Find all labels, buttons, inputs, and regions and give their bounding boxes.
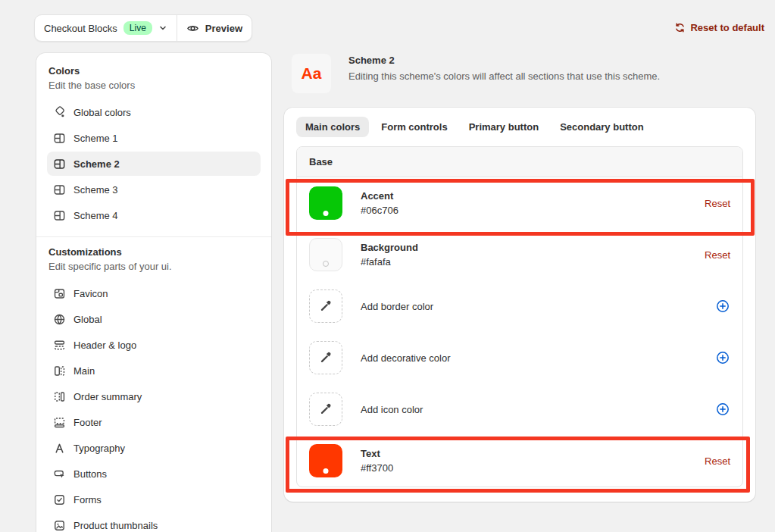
color-label: Background: [361, 242, 686, 253]
footer-icon: [53, 416, 66, 429]
app-switcher-pill: Checkout Blocks Live Preview: [34, 14, 252, 42]
global-colors-icon: [53, 106, 66, 119]
sidebar-item-buttons[interactable]: Buttons: [47, 462, 261, 486]
add-color-label: Add decorative color: [361, 352, 697, 364]
reset-background-link[interactable]: Reset: [705, 249, 730, 261]
sidebar-item-label: Forms: [73, 494, 102, 505]
reset-to-default-label: Reset to default: [690, 22, 764, 33]
sidebar-divider: [36, 236, 271, 237]
sidebar-item-global-colors[interactable]: Global colors: [47, 100, 261, 124]
sidebar-item-order-summary[interactable]: Order summary: [47, 384, 261, 408]
sidebar-item-label: Buttons: [73, 468, 107, 480]
row-text: Background #fafafa: [361, 242, 686, 268]
color-group-tabs: Main colors Form controls Primary button…: [296, 117, 743, 137]
sidebar-item-header-logo[interactable]: Header & logo: [47, 333, 261, 357]
customizations-section-title: Customizations: [48, 246, 259, 258]
reset-accent-link[interactable]: Reset: [705, 198, 730, 209]
text-color-swatch[interactable]: [309, 444, 342, 477]
sidebar-item-label: Footer: [73, 417, 102, 428]
sidebar-item-footer[interactable]: Footer: [47, 410, 261, 434]
row-text: Text #ff3700: [361, 448, 686, 474]
app-version-selector[interactable]: Checkout Blocks Live: [35, 15, 177, 41]
sidebar-item-label: Scheme 4: [73, 210, 118, 221]
sidebar-item-label: Main: [73, 365, 95, 377]
scheme-icon: [53, 158, 66, 171]
color-row-text: Text #ff3700 Reset: [297, 435, 742, 487]
sidebar-item-scheme-1[interactable]: Scheme 1: [47, 126, 261, 150]
chevron-down-icon: [158, 23, 167, 33]
add-border-color-button[interactable]: [715, 299, 730, 314]
color-row-background: Background #fafafa Reset: [297, 229, 742, 280]
sidebar-item-label: Product thumbnails: [73, 520, 158, 531]
sidebar-item-favicon[interactable]: Favicon: [47, 281, 261, 305]
scheme-icon: [53, 209, 66, 222]
main-section-icon: [53, 365, 66, 377]
sidebar-item-label: Header & logo: [73, 340, 136, 351]
scheme-icon: [53, 183, 66, 196]
tab-main-colors[interactable]: Main colors: [296, 117, 369, 137]
add-color-row-icon: Add icon color: [297, 383, 742, 435]
tab-primary-button[interactable]: Primary button: [460, 117, 548, 137]
decorative-color-picker-swatch[interactable]: [309, 341, 342, 374]
scheme-preview-thumbnail: Aa: [292, 54, 331, 93]
eyedropper-icon: [318, 402, 333, 417]
live-status-badge: Live: [123, 21, 152, 35]
eyedropper-icon: [318, 350, 333, 365]
sidebar-item-label: Global: [73, 314, 102, 325]
sidebar-item-scheme-3[interactable]: Scheme 3: [47, 177, 261, 202]
reset-to-default-button[interactable]: Reset to default: [674, 22, 764, 33]
icon-color-picker-swatch[interactable]: [309, 393, 342, 426]
color-hex-value: #fafafa: [361, 256, 686, 268]
sidebar-item-typography[interactable]: Typography: [47, 436, 261, 460]
swatch-dot: [323, 261, 329, 267]
reset-icon: [674, 22, 686, 33]
sidebar-item-label: Scheme 1: [73, 133, 118, 144]
page-description: Editing this scheme's colors will affect…: [348, 70, 660, 82]
base-colors-panel: Base Accent #06c706 Reset Background #fa…: [296, 146, 743, 487]
sidebar-item-label: Scheme 3: [73, 184, 118, 196]
typography-icon: [53, 442, 66, 455]
sidebar-item-label: Typography: [73, 443, 125, 454]
panel-group-label: Base: [297, 147, 742, 177]
add-color-label: Add border color: [361, 301, 697, 312]
sidebar-item-label: Global colors: [73, 107, 131, 118]
add-color-row-decorative: Add decorative color: [297, 332, 742, 383]
sidebar-item-global[interactable]: Global: [47, 307, 261, 331]
app-name: Checkout Blocks: [44, 23, 117, 34]
scheme-editor-card: Main colors Form controls Primary button…: [284, 108, 755, 502]
background-color-swatch[interactable]: [309, 238, 342, 271]
globe-icon: [53, 313, 66, 326]
scheme-aa-glyph: Aa: [302, 64, 322, 83]
customizations-section-subtitle: Edit specific parts of your ui.: [48, 261, 259, 272]
sidebar-item-product-thumbnails[interactable]: Product thumbnails: [47, 513, 261, 532]
scheme-icon: [53, 132, 66, 145]
border-color-picker-swatch[interactable]: [309, 289, 342, 323]
sidebar-item-scheme-4[interactable]: Scheme 4: [47, 203, 261, 227]
favicon-icon: [53, 287, 66, 300]
page-title: Scheme 2: [348, 55, 395, 66]
preview-label: Preview: [205, 23, 242, 34]
preview-button[interactable]: Preview: [177, 15, 252, 41]
colors-section-subtitle: Edit the base colors: [48, 80, 259, 91]
reset-text-link[interactable]: Reset: [705, 455, 730, 467]
add-decorative-color-button[interactable]: [715, 350, 730, 365]
header-logo-icon: [53, 339, 66, 352]
tab-secondary-button[interactable]: Secondary button: [551, 117, 653, 137]
add-color-row-border: Add border color: [297, 280, 742, 332]
sidebar-item-label: Scheme 2: [73, 158, 120, 170]
sidebar-item-label: Favicon: [73, 288, 108, 299]
buttons-icon: [53, 468, 66, 480]
color-hex-value: #06c706: [361, 205, 686, 216]
sidebar-item-scheme-2[interactable]: Scheme 2: [47, 152, 261, 176]
swatch-dot: [323, 468, 329, 474]
color-label: Accent: [361, 190, 686, 202]
tab-form-controls[interactable]: Form controls: [372, 117, 456, 137]
color-hex-value: #ff3700: [361, 462, 686, 474]
forms-icon: [53, 493, 66, 506]
sidebar-item-forms[interactable]: Forms: [47, 487, 261, 512]
accent-color-swatch[interactable]: [309, 186, 342, 220]
add-icon-color-button[interactable]: [715, 402, 730, 417]
sidebar-item-main[interactable]: Main: [47, 358, 261, 383]
color-label: Text: [361, 448, 686, 459]
sidebar-item-label: Order summary: [73, 391, 142, 402]
